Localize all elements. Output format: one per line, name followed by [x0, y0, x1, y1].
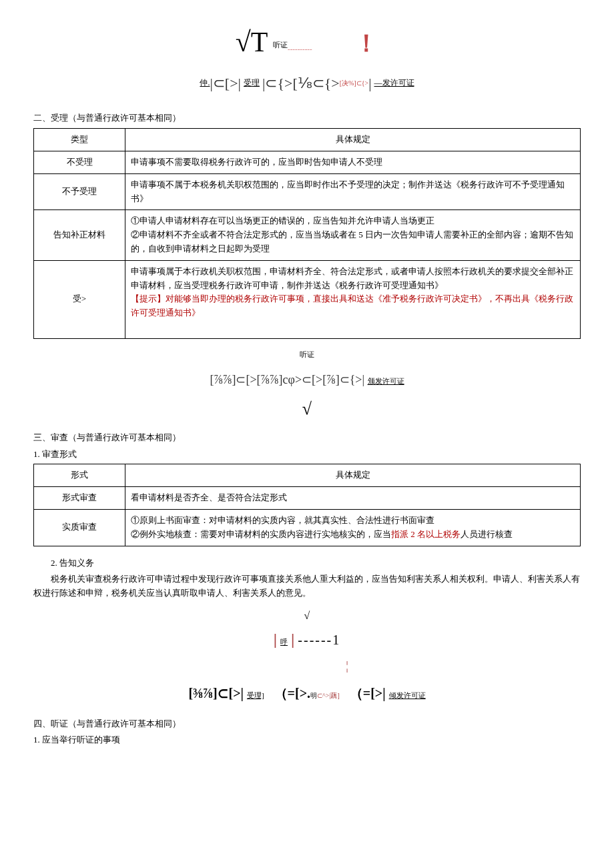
section-4-sub1: 1. 应当举行听证的事项: [33, 733, 581, 747]
th-form: 形式: [34, 464, 125, 487]
flow1-fa: —发许可证: [374, 78, 414, 87]
cell-content: 申请事项不属于本税务机关职权范围的，应当即时作出不予受理的决定；制作并送达《税务…: [125, 173, 581, 210]
flow3-tiny: ⊂^>|藕]: [317, 692, 340, 699]
flow3-ming: 明: [310, 692, 317, 699]
cell-r2-p1: ①原则上书面审查：对申请材料的实质内容，就其真实性、合法性进行书面审查: [131, 515, 434, 525]
flow-line-2: [⅞⅞]⊂[>[⅞⅞]cφ>⊂[>[⅞]⊂{>| 颁发许可证: [33, 370, 581, 390]
section-3-title: 三、审查（与普通行政许可基本相同）: [33, 431, 581, 445]
cell-type: 不受理: [34, 151, 125, 173]
diagram3-vdash: ¦: [33, 657, 581, 676]
bar1: |: [274, 630, 277, 648]
flow2-label: 颁发许可证: [368, 377, 404, 385]
section-3-sub1: 1. 审查形式: [33, 448, 581, 462]
cell-type: 受>: [34, 260, 125, 338]
table-row: 不予受理 申请事项不属于本税务机关职权范围的，应当即时作出不予受理的决定；制作并…: [34, 173, 581, 210]
table-shouli: 类型 具体规定 不受理 申请事项不需要取得税务行政许可的，应当即时告知申请人不受…: [33, 128, 581, 339]
table-header-row: 形式 具体规定: [34, 464, 581, 487]
cell-para2-red: 【提示】对能够当即办理的税务行政许可事项，直接出具和送达《准予税务行政许可决定书…: [131, 294, 573, 318]
cell-type: 不予受理: [34, 173, 125, 210]
flow3-seg1: [⅜⅞]⊂[>|: [188, 686, 244, 701]
flow-line-1: 仲.|⊂[>| 受理 |⊂{>[⅟₈⊂{>[决%]⊂{>| —发许可证: [33, 71, 581, 95]
paragraph-3: 税务机关审查税务行政许可申请过程中发现行政许可事项直接关系他人重大利益的，应当告…: [33, 572, 581, 600]
flow3-ban: 倾发许可证: [389, 691, 426, 699]
cell-content: 申请事项不需要取得税务行政许可的，应当即时告知申请人不受理: [125, 151, 581, 173]
hearing-label: 听证: [273, 41, 288, 49]
cell-content: 申请事项属于本行政机关职权范围，申请材料齐全、符合法定形式，或者申请人按照本行政…: [125, 260, 581, 338]
bar2: |: [291, 630, 294, 648]
flow3-seg2: （=[>.: [274, 686, 310, 701]
flow3-shouli: 受理]: [247, 691, 264, 699]
flow1-shouli: 受理: [244, 78, 260, 87]
table-shencha: 形式 具体规定 形式审查 看申请材料是否齐全、是否符合法定形式 实质审查 ①原则…: [33, 464, 581, 546]
diagram3-row1: | 呼 | ------1: [33, 626, 581, 652]
cell-r2-p2c: 人员进行核查: [460, 529, 513, 539]
table-row: 告知补正材料 ①申请人申请材料存在可以当场更正的错误的，应当告知并允许申请人当场…: [34, 210, 581, 260]
flow3-seg3: （=[>|: [350, 686, 386, 701]
diagram3-check: √: [33, 607, 581, 624]
hearing-center-label: 听证: [33, 349, 581, 361]
table-row: 实质审查 ①原则上书面审查：对申请材料的实质内容，就其真实性、合法性进行书面审查…: [34, 509, 581, 546]
table-row: 受> 申请事项属于本行政机关职权范围，申请材料齐全、符合法定形式，或者申请人按照…: [34, 260, 581, 338]
flow2-seg: [⅞⅞]⊂[>[⅞⅞]cφ>⊂[>[⅞]⊂{>|: [210, 373, 364, 386]
cell-content: ①申请人申请材料存在可以当场更正的错误的，应当告知并允许申请人当场更正 ②申请材…: [125, 210, 581, 260]
table-row: 不受理 申请事项不需要取得税务行政许可的，应当即时告知申请人不受理: [34, 151, 581, 173]
diagram-3: √ | 呼 | ------1 ¦: [33, 607, 581, 676]
cell-r2-p2b-red: 指派 2 名以上税务: [391, 529, 460, 539]
cell-para1: 申请事项属于本行政机关职权范围，申请材料齐全、符合法定形式，或者申请人按照本行政…: [131, 266, 573, 290]
table-header-row: 类型 具体规定: [34, 129, 581, 151]
flow-line-3: [⅜⅞]⊂[>| 受理] （=[>.明⊂^>|藕] （=[>| 倾发许可证: [33, 683, 581, 704]
th-content: 具体规定: [125, 464, 581, 487]
flow1-seg1: |⊂[>|: [210, 75, 241, 91]
flow1-seg2: |⊂{>[⅟₈⊂{>: [262, 75, 340, 91]
section-2-title: 二、受理（与普通行政许可基本相同）: [33, 111, 581, 125]
cell-content: ①原则上书面审查：对申请材料的实质内容，就其真实性、合法性进行书面审查 ②例外实…: [125, 509, 581, 546]
sqrt-symbol: √T: [236, 20, 268, 65]
flow1-seg3: |: [368, 75, 371, 91]
cell-r2-p2a: ②例外实地核查：需要对申请材料的实质内容进行实地核实的，应当: [131, 529, 391, 539]
diagram-top: √T 听证---------- ！: [33, 20, 581, 65]
section-4-title: 四、听证（与普通行政许可基本相同）: [33, 717, 581, 731]
cell-type: 实质审查: [34, 509, 125, 546]
cell-type: 形式审查: [34, 487, 125, 510]
dashes: ----------: [288, 45, 312, 53]
dashes2: ------1: [298, 632, 340, 647]
flow1-jue: [决%]⊂{>: [340, 79, 368, 87]
th-content: 具体规定: [125, 129, 581, 151]
table-row: 形式审查 看申请材料是否齐全、是否符合法定形式: [34, 487, 581, 510]
cell-type: 告知补正材料: [34, 210, 125, 260]
hu-label: 呼: [280, 638, 288, 646]
exclamation: ！: [354, 30, 378, 57]
flow1-prefix: 仲.: [200, 78, 210, 87]
th-type: 类型: [34, 129, 125, 151]
sqrt-center: √: [33, 395, 581, 423]
cell-content: 看申请材料是否齐全、是否符合法定形式: [125, 487, 581, 510]
section-3-sub2: 2. 告知义务: [33, 556, 581, 570]
